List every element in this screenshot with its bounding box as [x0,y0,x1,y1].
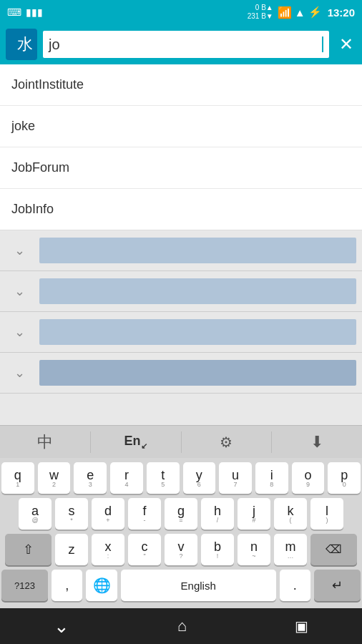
keyboard-row-1: q1 w2 e3 r4 t5 y6 u7 i8 o9 p0 [1,462,361,494]
key-j[interactable]: j# [238,498,270,530]
hide-keyboard-icon: ⬇ [310,433,323,452]
keyboard-row-4: ?123 , 🌐 English . ↵ [1,570,361,601]
key-k[interactable]: k( [274,498,307,530]
key-e[interactable]: e3 [74,462,107,494]
recents-button[interactable]: ▣ [280,612,323,640]
period-key[interactable]: . [280,570,310,601]
battery-info: 0 B▲ 231 B▼ [248,4,273,21]
keyboard-row-3: ⇧ z x: c" v? b! n~ m… ⌫ [1,534,361,565]
content-row: ⌄ [0,271,362,312]
app-logo: ≡ 水 [6,29,37,60]
content-row: ⌄ [0,312,362,353]
key-a[interactable]: a@ [19,498,52,530]
battery-icon: ⚡ [308,6,322,19]
key-r[interactable]: r4 [110,462,143,494]
back-button[interactable]: ⌄ [39,610,84,643]
key-w[interactable]: w2 [38,462,71,494]
settings-button[interactable]: ⚙ [185,429,269,456]
search-input-box[interactable]: jo [43,31,329,58]
keyboard-row-2: a@ s* d+ f- g= h/ j# k( l) [1,498,361,530]
suggestion-item[interactable]: JobInfo [0,189,362,230]
key-m[interactable]: m… [274,534,307,565]
suggestion-item[interactable]: joke [0,106,362,147]
wifi-icon: 📶 [278,6,292,19]
suggestion-item[interactable]: JobForum [0,147,362,189]
key-y[interactable]: y6 [183,462,216,494]
toolbar-divider [181,431,182,453]
key-f[interactable]: f- [128,498,161,530]
status-icons-right: 0 B▲ 231 B▼ 📶 ▲ ⚡ 13:20 [248,4,355,21]
english-label: En↙ [124,434,147,451]
num-key[interactable]: ?123 [1,570,48,601]
search-cursor [322,36,323,52]
key-p[interactable]: p0 [328,462,361,494]
logo-char: 水 [17,34,33,55]
enter-key[interactable]: ↵ [314,570,361,601]
app-bar: ≡ 水 jo ✕ [0,24,362,64]
key-i[interactable]: i8 [255,462,288,494]
key-u[interactable]: u7 [219,462,252,494]
status-time: 13:20 [328,6,355,19]
keyboard: q1 w2 e3 r4 t5 y6 u7 i8 o9 p0 a@ s* d+ f… [0,458,362,608]
key-t[interactable]: t5 [147,462,180,494]
signal-icon: ▲ [295,6,305,19]
chinese-mode-button[interactable]: 中 [3,429,87,456]
search-text[interactable]: jo [49,36,321,53]
bottom-nav: ⌄ ⌂ ▣ [0,608,362,644]
key-q[interactable]: q1 [1,462,34,494]
toolbar-divider [90,431,91,453]
chevron-icon[interactable]: ⌄ [0,365,39,381]
key-g[interactable]: g= [165,498,197,530]
space-key[interactable]: English [121,570,276,601]
key-v[interactable]: v? [165,534,197,565]
chevron-icon[interactable]: ⌄ [0,283,39,299]
status-bar: ⌨ ▮▮▮ 0 B▲ 231 B▼ 📶 ▲ ⚡ 13:20 [0,0,362,24]
key-o[interactable]: o9 [292,462,325,494]
comma-key[interactable]: , [52,570,82,601]
key-s[interactable]: s* [55,498,88,530]
status-icons-left: ⌨ ▮▮▮ [7,6,43,18]
backspace-key[interactable]: ⌫ [310,534,357,565]
content-row: ⌄ [0,230,362,271]
chevron-icon[interactable]: ⌄ [0,243,39,258]
keyboard-status-icon: ⌨ [7,6,21,18]
content-row: ⌄ [0,353,362,394]
key-c[interactable]: c" [128,534,161,565]
bars-status-icon: ▮▮▮ [26,6,43,18]
chevron-icon[interactable]: ⌄ [0,324,39,340]
content-block [39,319,356,345]
content-block [39,278,356,304]
key-b[interactable]: b! [201,534,234,565]
content-area: ⌄ ⌄ ⌄ ⌄ [0,230,362,425]
close-button[interactable]: ✕ [336,31,356,57]
key-l[interactable]: l) [310,498,343,530]
key-z[interactable]: z [55,534,88,565]
suggestion-item[interactable]: JointInstitute [0,64,362,106]
english-mode-button[interactable]: En↙ [94,429,178,456]
hide-keyboard-button[interactable]: ⬇ [275,429,359,456]
key-d[interactable]: d+ [92,498,124,530]
shift-key[interactable]: ⇧ [5,534,52,565]
suggestion-list: JointInstitute joke JobForum JobInfo [0,64,362,230]
keyboard-toolbar: 中 En↙ ⚙ ⬇ [0,425,362,458]
gear-icon: ⚙ [220,434,233,451]
toolbar-divider [271,431,272,453]
home-button[interactable]: ⌂ [163,611,201,641]
content-block [39,360,356,386]
globe-key[interactable]: 🌐 [86,570,117,601]
content-block [39,238,356,263]
key-n[interactable]: n~ [238,534,270,565]
key-x[interactable]: x: [92,534,124,565]
key-h[interactable]: h/ [201,498,234,530]
chinese-label: 中 [37,431,53,453]
